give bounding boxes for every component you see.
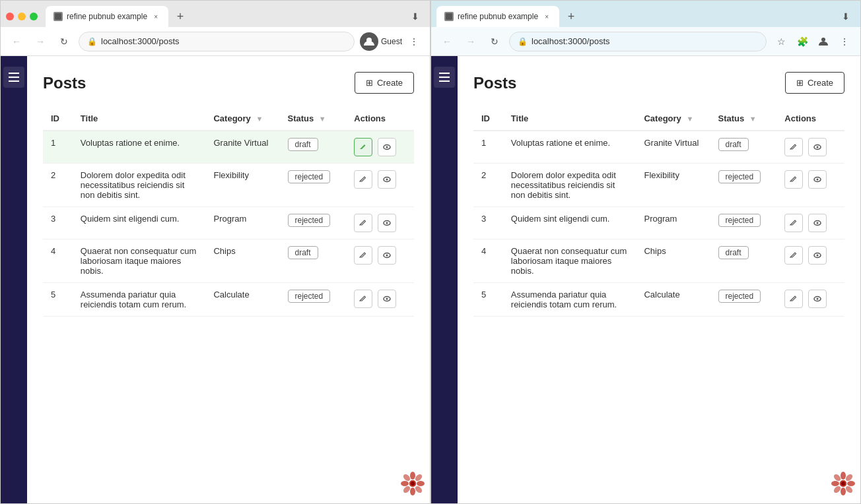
cell-actions xyxy=(776,283,844,317)
right-create-btn[interactable]: ⊞ Create xyxy=(785,72,844,94)
left-address-bar[interactable]: 🔒 localhost:3000/posts xyxy=(79,32,355,51)
status-badge: rejected xyxy=(718,170,761,183)
right-star-icon[interactable]: ☆ xyxy=(772,32,790,51)
left-view-btn-4[interactable] xyxy=(378,246,396,265)
cell-actions xyxy=(776,207,844,239)
right-sidebar-menu-btn[interactable] xyxy=(434,67,455,88)
right-tab-favicon xyxy=(444,12,454,21)
table-row: 1 Voluptas ratione et enime. Granite Vir… xyxy=(43,131,414,164)
svg-point-18 xyxy=(414,473,423,482)
left-edit-btn-2[interactable] xyxy=(354,170,372,189)
svg-point-39 xyxy=(847,481,855,486)
svg-rect-23 xyxy=(446,13,452,20)
svg-point-17 xyxy=(402,473,411,482)
svg-point-37 xyxy=(841,488,846,495)
left-forward-btn[interactable]: → xyxy=(31,32,50,51)
right-refresh-btn[interactable]: ↻ xyxy=(485,32,504,51)
cell-actions xyxy=(346,207,414,239)
tl-maximize[interactable] xyxy=(30,13,38,20)
svg-point-22 xyxy=(411,482,415,486)
right-edit-btn-5[interactable] xyxy=(784,290,803,308)
left-view-btn-1[interactable] xyxy=(378,138,396,156)
left-refresh-btn[interactable]: ↻ xyxy=(55,32,73,51)
table-row: 3 Quidem sint eligendi cum. Program reje… xyxy=(473,207,844,239)
status-badge: rejected xyxy=(718,214,761,227)
svg-point-15 xyxy=(401,481,409,486)
left-edit-btn-4[interactable] xyxy=(354,246,372,265)
cell-category: Calculate xyxy=(636,283,710,317)
right-view-btn-4[interactable] xyxy=(808,246,827,265)
left-category-filter-icon[interactable]: ▼ xyxy=(256,115,263,123)
left-col-status: Status ▼ xyxy=(280,107,347,131)
right-flower-decoration xyxy=(831,472,855,498)
cell-actions xyxy=(776,164,844,207)
cell-title: Dolorem dolor expedita odit necessitatib… xyxy=(73,164,206,207)
left-data-table: ID Title Category ▼ Status ▼ Actions xyxy=(43,107,414,317)
right-edit-btn-4[interactable] xyxy=(784,246,803,265)
cell-id: 5 xyxy=(43,283,73,317)
right-status-filter-icon[interactable]: ▼ xyxy=(749,115,757,123)
cell-category: Flexibility xyxy=(205,164,279,207)
svg-point-24 xyxy=(821,38,825,42)
left-back-btn[interactable]: ← xyxy=(7,32,26,51)
cell-actions xyxy=(346,131,414,164)
left-sidebar-menu-btn[interactable] xyxy=(3,67,24,88)
cell-title: Voluptas ratione et enime. xyxy=(503,131,637,164)
tl-close[interactable] xyxy=(6,13,14,20)
svg-point-13 xyxy=(410,472,415,480)
left-edit-btn-1[interactable] xyxy=(354,138,372,156)
left-download-icon[interactable]: ⬇ xyxy=(406,7,425,26)
svg-point-14 xyxy=(410,488,415,495)
right-view-btn-5[interactable] xyxy=(808,290,827,308)
right-new-tab-btn[interactable]: + xyxy=(562,7,580,26)
left-main-area: Posts ⊞ Create ID Title Category ▼ S xyxy=(27,56,430,503)
left-status-filter-icon[interactable]: ▼ xyxy=(319,115,326,123)
cell-title: Quaerat non consequatur cum laboriosam i… xyxy=(503,239,637,283)
left-page-header: Posts ⊞ Create xyxy=(43,72,414,94)
create-plus-icon: ⊞ xyxy=(366,78,373,88)
right-puzzle-icon[interactable]: 🧩 xyxy=(793,32,811,51)
right-edit-btn-2[interactable] xyxy=(784,170,803,189)
right-forward-btn[interactable]: → xyxy=(462,32,480,51)
right-tab-close-btn[interactable]: × xyxy=(542,12,551,21)
left-view-btn-3[interactable] xyxy=(378,214,396,232)
right-back-btn[interactable]: ← xyxy=(438,32,456,51)
left-page-title: Posts xyxy=(43,74,86,92)
left-active-tab[interactable]: refine pubnub example × xyxy=(46,6,168,27)
right-edit-btn-1[interactable] xyxy=(784,138,803,156)
right-person-icon[interactable] xyxy=(814,32,833,51)
left-view-btn-5[interactable] xyxy=(378,290,396,308)
svg-point-45 xyxy=(841,482,845,486)
right-edit-btn-3[interactable] xyxy=(784,214,803,232)
left-create-btn[interactable]: ⊞ Create xyxy=(355,72,414,94)
right-download-icon[interactable]: ⬇ xyxy=(837,7,855,26)
right-view-btn-2[interactable] xyxy=(808,170,827,189)
left-edit-btn-3[interactable] xyxy=(354,214,372,232)
left-url: localhost:3000/posts xyxy=(101,36,180,46)
left-user-avatar[interactable] xyxy=(360,32,378,51)
right-toolbar-extras: ☆ 🧩 ⋮ xyxy=(772,32,854,51)
left-edit-btn-5[interactable] xyxy=(354,290,372,308)
left-view-btn-2[interactable] xyxy=(378,170,396,189)
right-more-btn[interactable]: ⋮ xyxy=(835,32,854,51)
left-new-tab-btn[interactable]: + xyxy=(171,7,189,26)
tl-minimize[interactable] xyxy=(18,13,26,20)
cell-id: 1 xyxy=(473,131,503,164)
right-page-header: Posts ⊞ Create xyxy=(473,72,844,94)
table-row: 4 Quaerat non consequatur cum laboriosam… xyxy=(43,239,414,283)
right-active-tab[interactable]: refine pubnub example × xyxy=(436,6,559,27)
left-tab-close-btn[interactable]: × xyxy=(151,12,160,21)
cell-id: 4 xyxy=(473,239,503,283)
cell-status: rejected xyxy=(280,283,347,317)
right-tab-title: refine pubnub example xyxy=(458,12,538,21)
right-address-bar[interactable]: 🔒 localhost:3000/posts xyxy=(509,32,767,51)
table-row: 1 Voluptas ratione et enime. Granite Vir… xyxy=(473,131,844,164)
left-more-btn[interactable]: ⋮ xyxy=(405,32,423,51)
right-category-filter-icon[interactable]: ▼ xyxy=(686,115,693,123)
svg-point-40 xyxy=(833,473,842,482)
right-view-btn-3[interactable] xyxy=(808,214,827,232)
cell-title: Voluptas ratione et enime. xyxy=(73,131,206,164)
table-row: 2 Dolorem dolor expedita odit necessitat… xyxy=(473,164,844,207)
right-view-btn-1[interactable] xyxy=(808,138,827,156)
cell-status: draft xyxy=(710,131,777,164)
